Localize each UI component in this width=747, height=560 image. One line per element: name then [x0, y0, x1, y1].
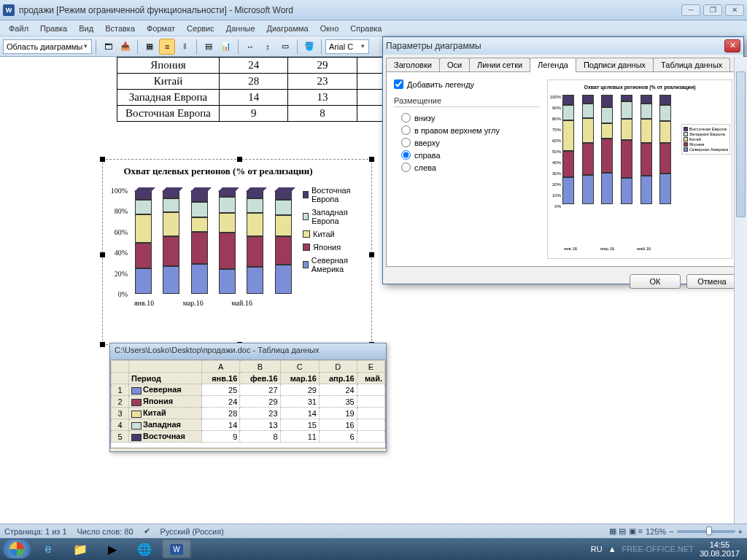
dialog-tab[interactable]: Подписи данных — [576, 58, 654, 71]
placement-radio[interactable]: в правом верхнем углу — [401, 125, 540, 135]
chart-legend: Восточная ЕвропаЗападная ЕвропаКитайЯпон… — [300, 183, 365, 308]
table-row: Восточная Европа98 — [117, 106, 394, 122]
taskbar-ie[interactable]: e — [34, 540, 63, 559]
zoom-in-button[interactable]: + — [738, 527, 743, 536]
legend-item: Китай — [303, 230, 363, 238]
import-button[interactable]: 📥 — [117, 39, 133, 55]
titlebar: W продажи [Режим ограниченной функционал… — [0, 0, 747, 20]
datasheet-grid[interactable]: ABCDEПериодянв.16фев.16мар.16апр.16май.1… — [110, 359, 386, 448]
system-tray: RU ▲ FREE-OFFICE.NET 14:55 30.08.2017 — [591, 540, 744, 558]
fill-color-button[interactable]: 🪣 — [301, 39, 317, 55]
table-row: Западная Европа1413 — [117, 90, 394, 106]
menubar: Файл Правка Вид Вставка Формат Сервис Да… — [0, 20, 747, 36]
view-buttons[interactable]: ▦ ▤ ▣ ≡ — [609, 526, 643, 536]
close-button[interactable]: ✕ — [725, 4, 744, 16]
window-title: продажи [Режим ограниченной функциональн… — [19, 5, 681, 15]
datasheet-title: C:\Users\Losko\Desktop\продажи.doc - Таб… — [110, 343, 386, 359]
word-icon: W — [3, 4, 15, 16]
tray-flag-icon[interactable]: ▲ — [608, 545, 616, 553]
menu-help[interactable]: Справка — [344, 23, 387, 34]
legend-item: Восточная Европа — [303, 186, 363, 203]
menu-format[interactable]: Формат — [141, 23, 181, 34]
category-axis-button[interactable]: ↔ — [242, 39, 258, 55]
menu-edit[interactable]: Правка — [34, 23, 73, 34]
chart-plot: 0%20%40%60%80%100%янв.16мар.16май.16 — [109, 183, 300, 308]
taskbar-explorer[interactable]: 📁 — [66, 540, 95, 559]
by-row-button[interactable]: ≡ — [159, 39, 175, 55]
status-bar: Страница: 1 из 1 Число слов: 80 ✔ Русски… — [0, 524, 747, 538]
dialog-tab[interactable]: Оси — [439, 58, 470, 71]
tray-time[interactable]: 14:55 — [700, 540, 740, 549]
dialog-tab[interactable]: Заголовки — [386, 58, 440, 71]
word-count[interactable]: Число слов: 80 — [77, 527, 133, 536]
data-table: Япония2429 Китай2823 Западная Европа1413… — [117, 57, 394, 122]
placement-radio[interactable]: вверху — [401, 138, 540, 147]
datasheet-window[interactable]: C:\Users\Losko\Desktop\продажи.doc - Таб… — [109, 343, 387, 452]
zoom-level[interactable]: 125% — [646, 527, 666, 536]
dialog-title: Параметры диаграммы — [386, 41, 724, 51]
legend-button[interactable]: ▭ — [277, 39, 293, 55]
menu-window[interactable]: Окно — [314, 23, 345, 34]
legend-item: Япония — [303, 243, 363, 252]
minimize-button[interactable]: ─ — [681, 4, 700, 16]
restore-button[interactable]: ❐ — [703, 4, 722, 16]
table-row: Китай2823 — [117, 74, 394, 90]
language-indicator[interactable]: Русский (Россия) — [160, 527, 224, 536]
menu-insert[interactable]: Вставка — [99, 23, 141, 34]
vertical-scrollbar[interactable] — [734, 57, 747, 524]
proofing-icon[interactable]: ✔ — [144, 526, 150, 536]
watermark: FREE-OFFICE.NET — [622, 545, 694, 553]
taskbar-word[interactable]: W — [162, 540, 191, 559]
dialog-titlebar: Параметры диаграммы ✕ — [383, 37, 743, 55]
placement-radio[interactable]: справа — [401, 150, 540, 160]
page-indicator[interactable]: Страница: 1 из 1 — [4, 527, 67, 536]
dialog-close-button[interactable]: ✕ — [724, 39, 740, 52]
menu-data[interactable]: Данные — [220, 23, 261, 34]
data-table-button[interactable]: ▤ — [201, 39, 217, 55]
taskbar-chrome[interactable]: 🌐 — [130, 540, 159, 559]
chart-element-combo[interactable]: Область диаграммы▼ — [3, 39, 92, 54]
by-column-button[interactable]: ⦀ — [177, 39, 193, 55]
start-button[interactable] — [3, 540, 31, 559]
menu-file[interactable]: Файл — [3, 23, 34, 34]
dialog-tab[interactable]: Таблица данных — [653, 58, 730, 71]
placement-radio[interactable]: внизу — [401, 113, 540, 122]
placement-label: Размещение — [394, 96, 540, 107]
taskbar: e 📁 ▶ 🌐 W RU ▲ FREE-OFFICE.NET 14:55 30.… — [0, 538, 747, 560]
embedded-chart[interactable]: Охват целевых регионов (% от реализации)… — [102, 159, 372, 345]
zoom-out-button[interactable]: − — [669, 527, 673, 536]
menu-view[interactable]: Вид — [73, 23, 99, 34]
menu-tools[interactable]: Сервис — [181, 23, 220, 34]
tray-date[interactable]: 30.08.2017 — [700, 549, 740, 558]
legend-item: Северная Америка — [303, 256, 363, 273]
dialog-tabs: ЗаголовкиОсиЛинии сеткиЛегендаПодписи да… — [383, 55, 743, 71]
tray-lang[interactable]: RU — [591, 545, 603, 553]
ok-button[interactable]: ОК — [630, 274, 681, 289]
format-object-button[interactable]: 🗔 — [100, 39, 116, 55]
add-legend-checkbox[interactable]: Добавить легенду — [394, 79, 540, 89]
legend-item: Западная Европа — [303, 208, 363, 225]
taskbar-mediaplayer[interactable]: ▶ — [98, 540, 127, 559]
font-combo[interactable]: Arial C▼ — [325, 39, 369, 54]
placement-radio[interactable]: слева — [401, 163, 540, 172]
chart-options-dialog: Параметры диаграммы ✕ ЗаголовкиОсиЛинии … — [382, 36, 744, 284]
menu-chart[interactable]: Диаграмма — [261, 23, 314, 34]
table-row: Япония2429 — [117, 58, 394, 74]
chart-preview: Охват целевых регионов (% от реализации)… — [547, 79, 732, 259]
dialog-tab[interactable]: Легенда — [530, 58, 576, 72]
dialog-tab[interactable]: Линии сетки — [469, 58, 530, 71]
zoom-slider[interactable] — [677, 530, 735, 533]
chart-type-button[interactable]: 📊 — [218, 39, 234, 55]
datasheet-button[interactable]: ▦ — [142, 39, 158, 55]
cancel-button[interactable]: Отмена — [686, 274, 738, 289]
value-axis-button[interactable]: ↕ — [260, 39, 276, 55]
chart-title: Охват целевых регионов (% от реализации) — [103, 160, 371, 180]
